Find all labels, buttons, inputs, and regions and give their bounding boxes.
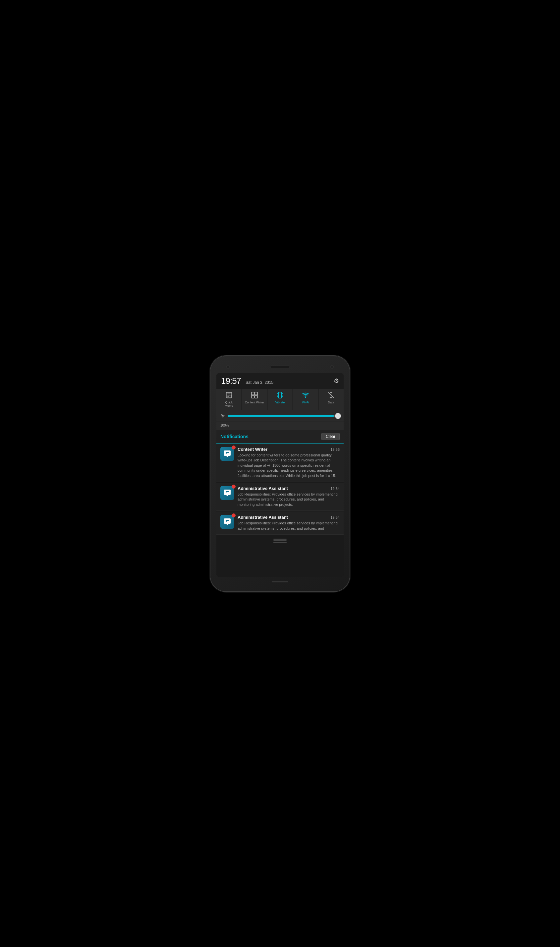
notif-avatar-3	[220, 515, 234, 529]
notification-item-2[interactable]: Administrative Assistant 19:54 Job Respo…	[216, 483, 344, 511]
scroll-handle	[216, 535, 344, 544]
notif-app-3: Administrative Assistant	[238, 515, 288, 520]
notif-body-1: Looking for content writers to do some p…	[238, 453, 340, 478]
wifi-icon	[302, 391, 309, 400]
brightness-fill	[228, 415, 334, 417]
notif-header-row-1: Content Writer 19:56	[238, 447, 340, 452]
brightness-thumb[interactable]	[335, 413, 341, 419]
notif-time-3: 19:54	[330, 516, 340, 519]
wifi-toggle[interactable]: Wi-Fi	[293, 389, 318, 410]
phone-device: 19:57 Sat Jan 3, 2015 ⚙ QuickMemo	[211, 356, 349, 591]
phone-screen: 19:57 Sat Jan 3, 2015 ⚙ QuickMemo	[216, 373, 344, 577]
qslide-label: Content Writer	[245, 401, 264, 404]
vibrate-toggle[interactable]: Vibrate	[268, 389, 293, 410]
brightness-icon: ☀	[220, 413, 225, 419]
notif-time-1: 19:56	[330, 448, 340, 451]
data-icon	[328, 391, 335, 400]
notif-content-2: Administrative Assistant 19:54 Job Respo…	[238, 486, 340, 507]
notification-item-1[interactable]: Content Writer 19:56 Looking for content…	[216, 443, 344, 482]
data-toggle[interactable]: Data	[318, 389, 344, 410]
home-indicator	[272, 581, 288, 582]
svg-point-15	[305, 397, 306, 397]
clock-time: 19:57	[221, 376, 241, 386]
notif-badge-3	[232, 513, 235, 517]
notif-avatar-1	[220, 447, 234, 461]
front-camera	[226, 365, 230, 369]
settings-icon[interactable]: ⚙	[334, 377, 339, 385]
svg-rect-7	[255, 395, 257, 398]
notif-content-1: Content Writer 19:56 Looking for content…	[238, 447, 340, 478]
notif-badge-1	[232, 445, 235, 450]
notif-header-row-3: Administrative Assistant 19:54	[238, 515, 340, 520]
notifications-header: Notifications Clear	[216, 430, 344, 443]
qslide-icon	[251, 391, 258, 400]
notif-body-2: Job Responsibilities: Provides office se…	[238, 492, 340, 507]
notification-item-3[interactable]: Administrative Assistant 19:54 Job Respo…	[216, 511, 344, 535]
quick-toggles-bar: QuickMemo Content Writer	[216, 389, 344, 410]
brightness-percent: 100%	[220, 423, 229, 427]
vibrate-label: Vibrate	[275, 401, 285, 404]
notif-app-2: Administrative Assistant	[238, 486, 288, 491]
earpiece-speaker	[270, 366, 290, 368]
proximity-sensor	[330, 365, 334, 369]
notif-app-1: Content Writer	[238, 447, 268, 452]
phone-bottom	[216, 577, 344, 587]
data-label: Data	[328, 401, 334, 404]
notif-time-2: 19:54	[330, 487, 340, 491]
notification-list: Content Writer 19:56 Looking for content…	[216, 443, 344, 576]
svg-rect-5	[255, 392, 257, 394]
wifi-label: Wi-Fi	[302, 401, 309, 404]
notif-header-row-2: Administrative Assistant 19:54	[238, 486, 340, 491]
brightness-slider[interactable]	[228, 415, 340, 417]
notif-badge-2	[232, 485, 235, 488]
quick-memo-icon	[225, 391, 232, 400]
clock-date: Sat Jan 3, 2015	[246, 380, 273, 385]
quick-memo-toggle[interactable]: QuickMemo	[216, 389, 242, 410]
vibrate-icon	[276, 391, 284, 400]
quick-memo-label: QuickMemo	[225, 401, 233, 408]
svg-rect-6	[251, 395, 254, 398]
status-bar: 19:57 Sat Jan 3, 2015 ⚙	[216, 373, 344, 389]
brightness-control: ☀	[216, 410, 344, 422]
notif-avatar-2	[220, 486, 234, 500]
phone-top-bar	[216, 362, 344, 372]
notif-content-3: Administrative Assistant 19:54 Job Respo…	[238, 515, 340, 531]
svg-rect-8	[278, 392, 282, 398]
notifications-title: Notifications	[220, 434, 249, 439]
svg-rect-4	[251, 392, 254, 394]
clear-notifications-button[interactable]: Clear	[322, 433, 340, 440]
qslide-toggle[interactable]: Content Writer	[242, 389, 268, 410]
notif-body-3: Job Responsibilities: Provides office se…	[238, 521, 340, 531]
